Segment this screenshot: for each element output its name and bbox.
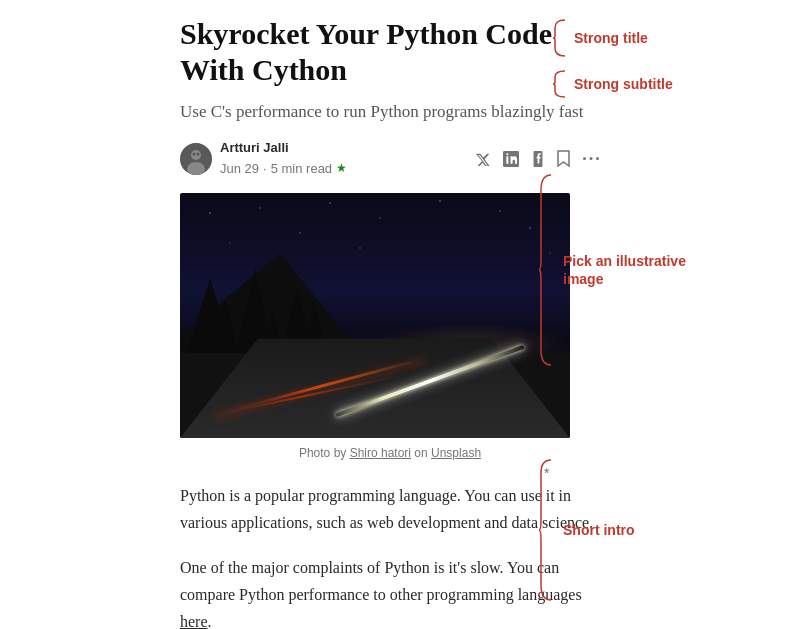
twitter-icon[interactable] [475, 152, 491, 166]
author-info: Artturi Jalli Jun 29 · 5 min read ★ [220, 138, 347, 180]
svg-point-3 [193, 152, 196, 155]
linkedin-icon[interactable] [503, 151, 519, 167]
read-time: 5 min read [271, 159, 332, 180]
article-title: Skyrocket Your Python Code With Cython [180, 16, 600, 88]
hero-image [180, 193, 570, 438]
body-paragraph-2-text-before: One of the major complaints of Python is… [180, 559, 582, 603]
article-body: Python is a popular programming language… [180, 482, 600, 629]
photo-platform-link[interactable]: Unsplash [431, 446, 481, 460]
author-row: Artturi Jalli Jun 29 · 5 min read ★ [180, 138, 600, 180]
author-avatar[interactable] [180, 143, 212, 175]
author-date: Jun 29 [220, 159, 259, 180]
svg-point-4 [197, 152, 200, 155]
photo-credit-middle: on [411, 446, 431, 460]
dot-separator: · [263, 159, 267, 180]
here-link[interactable]: here [180, 613, 208, 629]
photo-author-link[interactable]: Shiro hatori [350, 446, 411, 460]
photo-credit: Photo by Shiro hatori on Unsplash [180, 444, 600, 463]
more-options-icon[interactable] [582, 156, 600, 161]
svg-point-7 [583, 157, 586, 160]
facebook-icon[interactable] [531, 151, 545, 167]
member-star-icon: ★ [336, 159, 347, 178]
bookmark-icon[interactable] [557, 150, 570, 167]
svg-point-8 [590, 157, 593, 160]
svg-point-1 [191, 150, 201, 160]
body-paragraph-2-text-after: . [208, 613, 212, 629]
body-paragraph-1: Python is a popular programming language… [180, 482, 600, 536]
body-paragraph-2: One of the major complaints of Python is… [180, 554, 600, 629]
author-meta: Jun 29 · 5 min read ★ [220, 159, 347, 180]
hero-image-container [180, 193, 570, 438]
social-icons [475, 150, 600, 167]
photo-credit-prefix: Photo by [299, 446, 350, 460]
svg-point-9 [596, 157, 599, 160]
author-name[interactable]: Artturi Jalli [220, 138, 347, 159]
article-subtitle: Use C's performance to run Python progra… [180, 100, 600, 124]
